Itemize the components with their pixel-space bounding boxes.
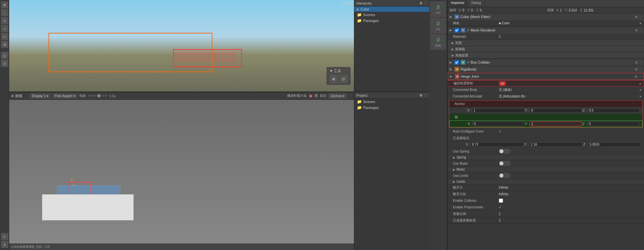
hash-item-0[interactable]: # chu — [430, 1, 446, 17]
toolbar-transform-icon[interactable]: ⊞ — [1, 41, 8, 48]
angle-limit-label: 偏扭角度限制 — [453, 81, 499, 86]
motor-subsection[interactable]: ▶ Motor — [448, 167, 644, 172]
angle-limit-dot[interactable]: ● — [639, 82, 641, 85]
use-motor-toggle[interactable] — [499, 161, 511, 166]
hinge-joint-expand: ▶ — [450, 75, 452, 78]
tab-inspector[interactable]: Inspector — [448, 0, 468, 7]
project-item-scenes[interactable]: 📁 Scenes — [354, 99, 429, 105]
hash-item-1[interactable]: # cs1 — [430, 18, 446, 33]
mesh-renderer-settings-icon[interactable]: ⚙ — [635, 29, 638, 32]
mesh-dot-icon[interactable]: ● — [639, 21, 641, 25]
ca-y-input[interactable] — [529, 142, 582, 147]
anchor-x-input[interactable] — [472, 108, 524, 113]
rot-z: Z 0 — [476, 9, 482, 12]
rigidbody-settings-icon[interactable]: ⚙ — [635, 68, 638, 71]
hash-label-0: chu — [436, 11, 441, 14]
mesh-renderer-header[interactable]: ▶ R ✓ Mesh Renderer ⚙ ⋮ — [448, 27, 644, 33]
tool-btn-2[interactable]: ⊙ — [339, 75, 348, 83]
mesh-filter-more-icon[interactable]: ⋮ — [639, 15, 642, 19]
angle-limit-btn[interactable]: ⊙ — [499, 81, 506, 86]
toolbar-rotate-icon[interactable]: ⊙ — [1, 17, 8, 24]
materials-value: 1 — [499, 35, 641, 38]
hierarchy-search-icon[interactable]: ⊕ — [420, 1, 422, 5]
tab-debug[interactable]: Debug — [468, 0, 484, 7]
auto-configure-value: ✓ — [499, 130, 641, 133]
game-tab-label[interactable]: ⊕ 游戏 — [11, 94, 22, 98]
hierarchy-item-packages[interactable]: 📁 Packages — [354, 18, 429, 24]
use-spring-toggle[interactable] — [499, 149, 511, 154]
rigidbody-more-icon[interactable]: ⋮ — [639, 68, 642, 71]
toolbar-move-icon[interactable]: ↕ — [1, 9, 8, 16]
connected-artic-dot[interactable]: ● — [639, 94, 641, 98]
scene-sub-selection — [173, 49, 242, 67]
hierarchy-item-cube[interactable]: ▶ Cube — [354, 7, 429, 12]
scale-value: 1.1x — [109, 94, 116, 98]
limits-subsection[interactable]: ▶ Limits — [448, 179, 644, 184]
ca-x-input[interactable] — [470, 142, 524, 147]
ca-z-input[interactable] — [588, 142, 641, 147]
toolbar-hand-icon[interactable]: ✥ — [1, 1, 8, 9]
probe-section-row[interactable]: ▶ 探测器 — [448, 46, 644, 52]
use-limits-toggle[interactable] — [499, 173, 511, 178]
aspect-dropdown[interactable]: Free Aspect ▾ — [52, 94, 77, 98]
toolbar-extra2-icon[interactable]: ⊡ — [1, 60, 8, 67]
scene-view-top[interactable]: < Persp ▼ 工具 ⊕ — [9, 0, 354, 92]
display2-label[interactable]: 图 — [315, 94, 318, 98]
hash-symbol-2: # — [436, 36, 440, 43]
axis-x-input[interactable] — [472, 121, 524, 126]
axis-z-input[interactable] — [587, 121, 639, 126]
lighting-section-row[interactable]: ▶ 光照 — [448, 40, 644, 46]
axis-y-axis: Y — [525, 122, 529, 126]
anchor-y-input[interactable] — [530, 108, 582, 113]
mesh-filter-header[interactable]: ▶ M Cube (Mesh Filter) ⚙ ⋮ — [448, 13, 644, 20]
anchor-y-axis: Y — [525, 109, 529, 112]
mesh-renderer-checkbox[interactable] — [455, 28, 459, 32]
other-settings-section-row[interactable]: ▶ 其他设置 — [448, 52, 644, 59]
box-collider-header[interactable]: ▶ B ✓ Box Collider ⚙ ⋮ — [448, 59, 644, 66]
connected-body-dot[interactable]: ● — [639, 88, 641, 92]
project-item-packages[interactable]: 📁 Packages — [354, 105, 429, 111]
project-search-icon[interactable]: ⊕ — [420, 93, 422, 97]
enable-collision-checkbox[interactable] — [499, 198, 503, 203]
axis-y-input[interactable] — [530, 121, 582, 126]
mesh-filter-settings-icon[interactable]: ⚙ — [635, 15, 638, 19]
display-dropdown[interactable]: Display 1 ▾ — [30, 94, 50, 98]
toolbar-extra1-icon[interactable]: ◎ — [1, 52, 8, 59]
scene-highlight-inner — [175, 53, 236, 60]
toolbar-scale-icon[interactable]: ⤢ — [1, 25, 8, 32]
connected-artic-label: Connected Articulati — [453, 94, 499, 98]
svg-line-4 — [75, 65, 91, 92]
hierarchy-item-scenes[interactable]: 📁 Scenes — [354, 12, 429, 18]
materials-prop-row: Materials 1 — [448, 33, 644, 40]
toolbar-settings-icon[interactable]: ≡ — [1, 233, 8, 240]
game-viewport[interactable]: ↑→ CSDN@极客网络_无忧 工具 — [9, 100, 354, 250]
hash-item-2[interactable]: # 角色 — [430, 34, 446, 50]
gizmos-dropdown[interactable]: Gizmos ▾ — [328, 94, 347, 98]
aspect-label: Free Aspect — [55, 94, 72, 98]
box-collider-settings-icon[interactable]: ⚙ — [635, 61, 638, 64]
scale-slider[interactable] — [88, 95, 107, 96]
mute-icon[interactable]: 🔇 — [309, 94, 313, 98]
box-collider-checkbox[interactable] — [455, 60, 459, 65]
spring-subsection[interactable]: ▶ Spring — [448, 155, 644, 160]
hinge-joint-settings-icon[interactable]: ⚙ — [634, 75, 637, 78]
mesh-renderer-more-icon[interactable]: ⋮ — [639, 29, 642, 32]
project-menu-icon[interactable]: ⋮ — [424, 93, 427, 97]
hierarchy-menu-icon[interactable]: ⋮ — [424, 1, 427, 5]
hinge-joint-more-icon[interactable]: ⋮ — [638, 75, 642, 78]
hinge-joint-header[interactable]: ▶ ⊕ Hinge Joint ⚙ ⋮ — [448, 73, 644, 80]
tool-btn-1[interactable]: ⊕ — [329, 75, 338, 83]
box-collider-more-icon[interactable]: ⋮ — [639, 61, 642, 64]
anchor-x-axis: X — [467, 109, 471, 112]
use-limits-row: Use Limits — [448, 172, 644, 179]
left-toolbar: ✥ ↕ ⊙ ⤢ ▭ ⊞ ◎ ⊡ ≡ ℹ — [0, 0, 9, 250]
status-label[interactable]: 状态 — [320, 94, 326, 98]
toolbar-info-icon[interactable]: ℹ — [1, 241, 8, 248]
connected-anchor-label-row: 已连接锚点 — [448, 135, 644, 141]
probe-label: 探测器 — [455, 47, 465, 52]
more-options-icon[interactable]: ⋮ — [349, 94, 352, 98]
rigidbody-header[interactable]: ▶ ⊕ Rigidbody ⚙ ⋮ — [448, 66, 644, 73]
play-max-label[interactable]: 播放时最大化 — [287, 94, 307, 98]
toolbar-rect-icon[interactable]: ▭ — [1, 33, 8, 40]
anchor-z-input[interactable] — [587, 108, 640, 113]
